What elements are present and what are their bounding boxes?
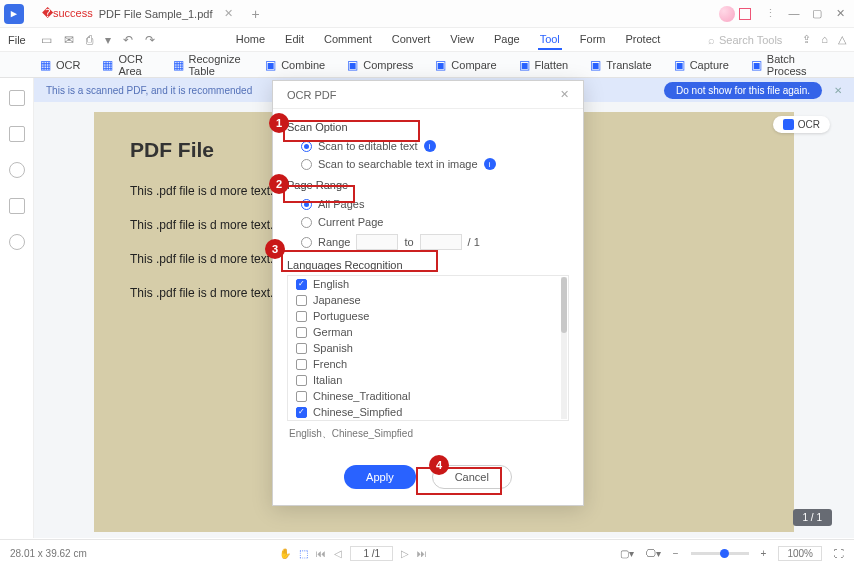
bookmark-icon[interactable] — [9, 126, 25, 142]
checkbox-icon — [296, 407, 307, 418]
radio-icon — [301, 217, 312, 228]
mail-icon[interactable]: ✉ — [61, 33, 77, 47]
tool-combine[interactable]: ▣Combine — [265, 58, 325, 72]
document-tab[interactable]: �success PDF File Sample_1.pdf ✕ — [32, 3, 243, 24]
attachment-icon[interactable] — [9, 198, 25, 214]
checkbox-icon — [296, 327, 307, 338]
dialog-close-icon[interactable]: ✕ — [560, 88, 569, 101]
avatar[interactable] — [719, 6, 735, 22]
lang-option-italian[interactable]: Italian — [288, 372, 568, 388]
menu-comment[interactable]: Comment — [322, 30, 374, 50]
tool-recognize-table[interactable]: ▦Recognize Table — [173, 53, 244, 77]
tool-compress[interactable]: ▣Compress — [347, 58, 413, 72]
lang-option-chinese-simplified[interactable]: Chinese_Simpfied — [288, 404, 568, 420]
pdf-icon: �success — [42, 7, 93, 20]
up-icon[interactable]: △ — [838, 33, 846, 46]
ribbon-toolbar: ▦OCR ▦OCR Area ▦Recognize Table ▣Combine… — [0, 52, 854, 78]
lang-scrollbar-thumb[interactable] — [561, 277, 567, 333]
add-tab-button[interactable]: + — [251, 6, 259, 22]
info-icon[interactable]: i — [484, 158, 496, 170]
lang-option-japanese[interactable]: Japanese — [288, 292, 568, 308]
dialog-header: OCR PDF ✕ — [273, 81, 583, 109]
main-menus: Home Edit Comment Convert View Page Tool… — [234, 30, 663, 50]
menu-protect[interactable]: Protect — [623, 30, 662, 50]
info-icon[interactable]: i — [424, 140, 436, 152]
menu-tool[interactable]: Tool — [538, 30, 562, 50]
thumbnails-icon[interactable] — [9, 90, 25, 106]
radio-icon — [301, 159, 312, 170]
checkbox-icon — [296, 343, 307, 354]
lang-option-portuguese[interactable]: Portuguese — [288, 308, 568, 324]
tool-compare[interactable]: ▣Compare — [435, 58, 496, 72]
radio-icon — [301, 141, 312, 152]
page-input[interactable]: 1 /1 — [350, 546, 393, 561]
kebab-icon[interactable]: ⋮ — [765, 7, 776, 20]
menu-convert[interactable]: Convert — [390, 30, 433, 50]
minimize-button[interactable]: — — [784, 7, 804, 19]
undo-icon[interactable]: ↶ — [120, 33, 136, 47]
selected-languages-summary: English、Chinese_Simpfied — [287, 421, 569, 445]
search-panel-icon[interactable] — [9, 234, 25, 250]
radio-current-page[interactable]: Current Page — [287, 213, 569, 231]
close-button[interactable]: ✕ — [830, 7, 850, 20]
page-indicator: 1 / 1 — [793, 509, 832, 526]
tool-flatten[interactable]: ▣Flatten — [519, 58, 569, 72]
last-page-icon[interactable]: ⏭ — [417, 548, 427, 559]
tool-translate[interactable]: ▣Translate — [590, 58, 651, 72]
menu-page[interactable]: Page — [492, 30, 522, 50]
share-icon[interactable]: ⇪ — [802, 33, 811, 46]
view-mode-icon[interactable]: ▢▾ — [620, 548, 634, 559]
zoom-percent[interactable]: 100% — [778, 546, 822, 561]
checkbox-icon — [296, 279, 307, 290]
zoom-slider[interactable] — [691, 552, 749, 555]
display-icon[interactable]: 🖵▾ — [646, 548, 661, 559]
checkbox-icon — [296, 359, 307, 370]
search-tools[interactable]: ⌕ Search Tools — [708, 34, 782, 46]
close-tab-icon[interactable]: ✕ — [224, 7, 233, 20]
banner-text: This is a scanned PDF, and it is recomme… — [46, 85, 252, 96]
first-page-icon[interactable]: ⏮ — [316, 548, 326, 559]
hand-tool-icon[interactable]: ✋ — [279, 548, 291, 559]
fullscreen-icon[interactable]: ⛶ — [834, 548, 844, 559]
menu-bar: File ▭ ✉ ⎙ ▾ ↶ ↷ Home Edit Comment Conve… — [0, 28, 854, 52]
open-icon[interactable]: ▭ — [38, 33, 55, 47]
lang-option-german[interactable]: German — [288, 324, 568, 340]
prev-page-icon[interactable]: ◁ — [334, 548, 342, 559]
range-from-input[interactable] — [356, 234, 398, 250]
annotation-box-1 — [283, 120, 420, 142]
ocr-floating-badge[interactable]: OCR — [773, 116, 830, 133]
menu-home[interactable]: Home — [234, 30, 267, 50]
banner-close-icon[interactable]: ✕ — [834, 85, 842, 96]
menu-edit[interactable]: Edit — [283, 30, 306, 50]
menu-form[interactable]: Form — [578, 30, 608, 50]
zoom-out-icon[interactable]: − — [673, 548, 679, 559]
lang-option-spanish[interactable]: Spanish — [288, 340, 568, 356]
cloud-icon[interactable]: ⌂ — [821, 33, 828, 46]
redo-icon[interactable]: ↷ — [142, 33, 158, 47]
ocr-pdf-dialog: OCR PDF ✕ Scan Option Scan to editable t… — [272, 80, 584, 506]
next-page-icon[interactable]: ▷ — [401, 548, 409, 559]
notification-icon[interactable] — [739, 8, 751, 20]
tool-ocr[interactable]: ▦OCR — [40, 58, 80, 72]
save-icon[interactable]: ▾ — [102, 33, 114, 47]
tool-ocr-area[interactable]: ▦OCR Area — [102, 53, 150, 77]
file-menu[interactable]: File — [8, 34, 26, 46]
zoom-in-icon[interactable]: + — [761, 548, 767, 559]
comment-panel-icon[interactable] — [9, 162, 25, 178]
select-tool-icon[interactable]: ⬚ — [299, 548, 308, 559]
range-to-input[interactable] — [420, 234, 462, 250]
tool-batch[interactable]: ▣Batch Process — [751, 53, 814, 77]
lang-option-english[interactable]: English — [288, 276, 568, 292]
apply-button[interactable]: Apply — [344, 465, 416, 489]
print-icon[interactable]: ⎙ — [83, 33, 96, 47]
maximize-button[interactable]: ▢ — [807, 7, 827, 20]
banner-dismiss-pill[interactable]: Do not show for this file again. — [664, 82, 822, 99]
title-bar: ▸ �success PDF File Sample_1.pdf ✕ + ⋮ —… — [0, 0, 854, 28]
tool-capture[interactable]: ▣Capture — [674, 58, 729, 72]
ocr-area-icon: ▦ — [102, 58, 113, 72]
menu-view[interactable]: View — [448, 30, 476, 50]
checkbox-icon — [296, 391, 307, 402]
lang-option-chinese-traditional[interactable]: Chinese_Traditional — [288, 388, 568, 404]
lang-option-french[interactable]: French — [288, 356, 568, 372]
radio-scan-searchable[interactable]: Scan to searchable text in image i — [287, 155, 569, 173]
